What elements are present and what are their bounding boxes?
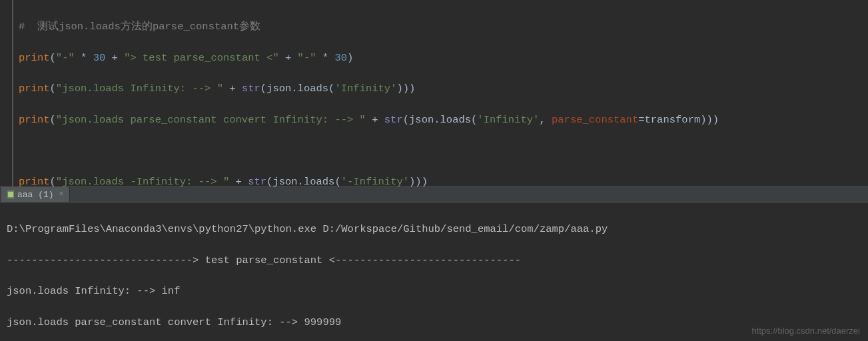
- console-line: json.loads parse_constant convert Infini…: [7, 315, 861, 330]
- code-line: print("json.loads Infinity: --> " + str(…: [19, 81, 868, 97]
- console-line: ------------------------------> test par…: [7, 253, 861, 268]
- console-line: json.loads Infinity: --> inf: [7, 284, 861, 299]
- code-line: print("-" * 30 + "> test parse_constant …: [19, 51, 868, 66]
- run-tab-label: aaa (1): [17, 190, 54, 200]
- code-line-comment: # 测试json.loads方法的parse_constant参数: [19, 19, 868, 35]
- watermark: https://blog.csdn.net/daerzei: [751, 326, 860, 336]
- code-editor[interactable]: # 测试json.loads方法的parse_constant参数 print(…: [12, 0, 868, 186]
- code-line-blank: [19, 143, 868, 159]
- run-tab-bar: aaa (1) ×: [0, 186, 868, 202]
- svg-rect-1: [8, 192, 13, 197]
- close-icon[interactable]: ×: [59, 190, 64, 199]
- console-line: D:\ProgramFiles\Anaconda3\envs\python27\…: [7, 222, 861, 237]
- python-file-icon: [7, 190, 15, 198]
- code-line: print("json.loads -Infinity: --> " + str…: [19, 174, 868, 186]
- run-tab[interactable]: aaa (1) ×: [1, 187, 70, 202]
- console-output[interactable]: D:\ProgramFiles\Anaconda3\envs\python27\…: [0, 202, 868, 341]
- code-line: print("json.loads parse_constant convert…: [19, 113, 868, 128]
